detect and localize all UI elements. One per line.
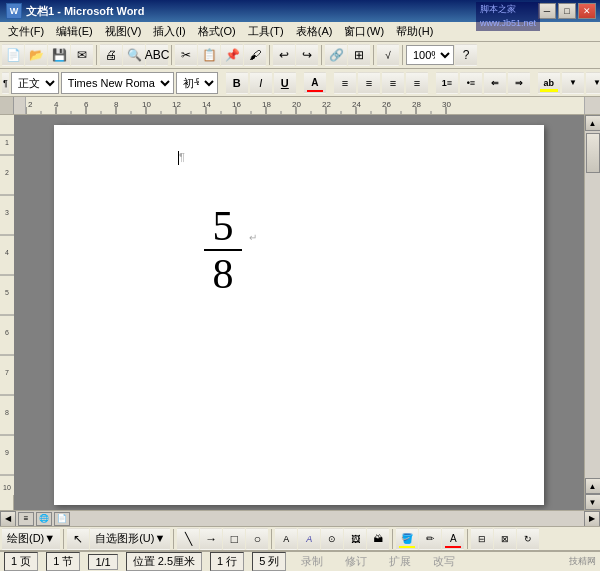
line-tool[interactable]: ╲ — [177, 528, 199, 550]
autoshape-button[interactable]: 自选图形(U)▼ — [90, 528, 170, 550]
svg-text:5: 5 — [5, 289, 9, 296]
sep6 — [402, 45, 403, 65]
align-center[interactable]: ≡ — [358, 72, 380, 94]
highlight-arrow[interactable]: ▼ — [562, 72, 584, 94]
status-revision: 修订 — [338, 552, 374, 571]
hscroll-right[interactable]: ▶ — [584, 511, 600, 527]
format-painter[interactable]: 🖌 — [244, 44, 266, 66]
redo-button[interactable]: ↪ — [296, 44, 318, 66]
fill-color-button[interactable]: 🪣 — [396, 528, 418, 550]
help-button[interactable]: ? — [455, 44, 477, 66]
close-button[interactable]: ✕ — [578, 3, 596, 19]
bottom-area: 绘图(D)▼ ↖ 自选图形(U)▼ ╲ → □ ○ A A ⊙ 🖼 🏔 🪣 ✏ … — [0, 526, 600, 571]
ruler-svg: 2 4 6 8 10 12 14 16 18 20 22 — [26, 97, 584, 114]
cut-button[interactable]: ✂ — [175, 44, 197, 66]
select-object[interactable]: ↖ — [67, 528, 89, 550]
horizontal-scrollbar: ◀ ≡ 🌐 📄 ▶ — [0, 510, 600, 526]
menu-insert[interactable]: 插入(I) — [147, 22, 191, 41]
draw-menu-button[interactable]: 绘图(D)▼ — [2, 528, 60, 550]
scroll-track-v[interactable] — [585, 131, 600, 478]
ruler-container: 2 4 6 8 10 12 14 16 18 20 22 — [0, 97, 600, 115]
style-select[interactable]: 正文 — [11, 72, 59, 94]
copy-button[interactable]: 📋 — [198, 44, 220, 66]
web-view[interactable]: 🌐 — [36, 512, 52, 526]
open-button[interactable]: 📂 — [25, 44, 47, 66]
font-color-btn2[interactable]: A — [442, 528, 464, 550]
ruler-page-margin-right — [584, 97, 600, 114]
status-bar: 1 页 1 节 1/1 位置 2.5厘米 1 行 5 列 录制 修订 扩展 改写… — [0, 551, 600, 571]
font-select[interactable]: Times New Roma — [61, 72, 174, 94]
menu-help[interactable]: 帮助(H) — [390, 22, 439, 41]
menu-window[interactable]: 窗口(W) — [338, 22, 390, 41]
draw-sep2 — [173, 529, 174, 549]
align-left[interactable]: ≡ — [334, 72, 356, 94]
restore-button[interactable]: □ — [558, 3, 576, 19]
normal-view[interactable]: ≡ — [18, 512, 34, 526]
clipart-tool[interactable]: 🖼 — [344, 528, 366, 550]
menu-view[interactable]: 视图(V) — [99, 22, 148, 41]
line-color-button[interactable]: ✏ — [419, 528, 441, 550]
scroll-up-button[interactable]: ▲ — [585, 115, 601, 131]
sep4 — [321, 45, 322, 65]
scroll-thumb-v[interactable] — [586, 133, 600, 173]
decrease-indent[interactable]: ⇐ — [484, 72, 506, 94]
highlight-button[interactable]: ab — [538, 72, 560, 94]
svg-text:1: 1 — [5, 139, 9, 146]
formula-button[interactable]: √ — [377, 44, 399, 66]
bold-button[interactable]: B — [226, 72, 248, 94]
menu-edit[interactable]: 编辑(E) — [50, 22, 99, 41]
hyperlink-button[interactable]: 🔗 — [325, 44, 347, 66]
arrow-tool[interactable]: → — [200, 528, 222, 550]
svg-text:24: 24 — [352, 100, 361, 109]
align-btn[interactable]: ⊟ — [471, 528, 493, 550]
preview-button[interactable]: 🔍 — [123, 44, 145, 66]
print-button[interactable]: 🖨 — [100, 44, 122, 66]
menu-file[interactable]: 文件(F) — [2, 22, 50, 41]
numbering-button[interactable]: 1≡ — [436, 72, 458, 94]
fraction-denominator: 8 — [213, 253, 234, 295]
svg-text:6: 6 — [84, 100, 89, 109]
distribute-btn[interactable]: ⊠ — [494, 528, 516, 550]
scroll-down-button-2[interactable]: ▼ — [585, 494, 601, 510]
oval-tool[interactable]: ○ — [246, 528, 268, 550]
svg-text:7: 7 — [5, 369, 9, 376]
menu-tools[interactable]: 工具(T) — [242, 22, 290, 41]
spell-button[interactable]: ABC — [146, 44, 168, 66]
underline-button[interactable]: U — [274, 72, 296, 94]
status-overtype: 改写 — [426, 552, 462, 571]
font-color-button[interactable]: A — [304, 72, 326, 94]
align-right[interactable]: ≡ — [382, 72, 404, 94]
table-button[interactable]: ⊞ — [348, 44, 370, 66]
menu-format[interactable]: 格式(O) — [192, 22, 242, 41]
textbox-tool[interactable]: A — [275, 528, 297, 550]
image-tool[interactable]: 🏔 — [367, 528, 389, 550]
minimize-button[interactable]: ─ — [538, 3, 556, 19]
paste-button[interactable]: 📌 — [221, 44, 243, 66]
italic-button[interactable]: I — [250, 72, 272, 94]
zoom-select[interactable]: 100% — [406, 45, 454, 65]
print-view[interactable]: 📄 — [54, 512, 70, 526]
size-select[interactable]: 初号 — [176, 72, 218, 94]
hscroll-track[interactable] — [72, 511, 584, 526]
doc-area[interactable]: ¶ 5 8 ↵ — [14, 115, 584, 510]
save-button[interactable]: 💾 — [48, 44, 70, 66]
increase-indent[interactable]: ⇒ — [508, 72, 530, 94]
doc-page: ¶ 5 8 ↵ — [54, 125, 544, 505]
justify[interactable]: ≡ — [406, 72, 428, 94]
email-button[interactable]: ✉ — [71, 44, 93, 66]
bullets-button[interactable]: •≡ — [460, 72, 482, 94]
wordart-tool[interactable]: A — [298, 528, 320, 550]
para-mark[interactable]: ¶ — [2, 72, 9, 94]
svg-text:4: 4 — [5, 249, 9, 256]
undo-button[interactable]: ↩ — [273, 44, 295, 66]
scroll-down-button-1[interactable]: ▲ — [585, 478, 601, 494]
hscroll-left[interactable]: ◀ — [0, 511, 16, 527]
diagram-tool[interactable]: ⊙ — [321, 528, 343, 550]
svg-text:8: 8 — [114, 100, 119, 109]
status-extra: 技精网 — [569, 555, 596, 568]
menu-table[interactable]: 表格(A) — [290, 22, 339, 41]
new-button[interactable]: 📄 — [2, 44, 24, 66]
font-color-arrow[interactable]: ▼ — [586, 72, 600, 94]
rotate-btn[interactable]: ↻ — [517, 528, 539, 550]
rect-tool[interactable]: □ — [223, 528, 245, 550]
